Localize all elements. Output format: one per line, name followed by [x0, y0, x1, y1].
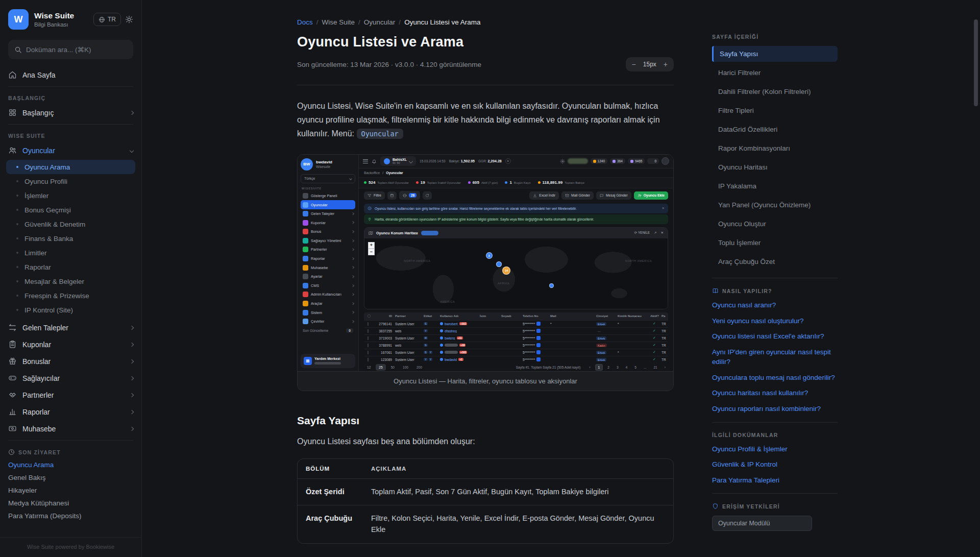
page-scrollbar[interactable]	[973, 0, 979, 557]
toc-item[interactable]: Oyuncu Oluştur	[712, 216, 838, 232]
sidebar-subitem-finans-banka[interactable]: Finans & Banka	[6, 231, 135, 246]
cell-username: dfastreg	[445, 329, 457, 333]
pager-page: 4	[623, 365, 630, 370]
toc-item[interactable]: Oyuncu Haritası	[712, 159, 838, 175]
theme-toggle-button[interactable]	[125, 15, 133, 23]
sidebar-item-label: Oyuncular	[22, 147, 125, 155]
howto-link[interactable]: Oyuncu raporları nasıl kombinlenir?	[712, 404, 838, 414]
breadcrumb-separator: /	[316, 18, 318, 26]
active-check: ✓	[649, 350, 660, 354]
excel-label: Excel İndir	[539, 193, 555, 197]
mock-nav-text: Oyuncular	[311, 203, 328, 207]
sidebar-subitem-islemler[interactable]: İşlemler	[6, 188, 135, 203]
sidebar-subitem-oyuncu-arama[interactable]: Oyuncu Arama	[6, 160, 135, 174]
mock-nav-item: Sistem	[301, 308, 355, 317]
toc-item[interactable]: Filtre Tipleri	[712, 103, 838, 118]
chevron-right-icon	[130, 325, 134, 329]
recent-item[interactable]: Para Yatırma (Deposits)	[8, 510, 133, 522]
info-icon	[368, 206, 372, 210]
meta-row: Son güncelleme: 13 Mar 2026 · v3.0.0 · 4…	[297, 57, 674, 71]
sidebar-subitem-freespin-prizewise[interactable]: Freespin & Prizewise	[6, 288, 135, 303]
toc-item[interactable]: Harici Filtreler	[712, 65, 838, 81]
toc-item[interactable]: IP Yakalama	[712, 178, 838, 194]
recent-item[interactable]: Genel Bakış	[8, 471, 133, 484]
page-size: 12	[364, 364, 374, 371]
howto-link[interactable]: Oyunculara toplu mesaj nasıl gönderilir?	[712, 373, 838, 383]
mock-nav-icon	[303, 274, 308, 279]
cell-phone: 5********	[523, 336, 535, 340]
howto-label-text: NASIL YAPILIR?	[722, 288, 772, 294]
count-chip: +102	[459, 322, 467, 325]
toc-item[interactable]: Araç Çubuğu Özet	[712, 254, 838, 270]
sidebar-item-gelen-talepler[interactable]: Gelen Talepler	[0, 319, 141, 336]
help-icon: ▦	[304, 357, 312, 365]
toc-item-sayfa-yapisi[interactable]: Sayfa Yapısı	[712, 46, 838, 62]
sidebar-item-kuponlar[interactable]: Kuponlar	[0, 336, 141, 353]
sidebar-subitem-bonus-gecmisi[interactable]: Bonus Geçmişi	[6, 203, 135, 217]
related-link[interactable]: Güvenlik & IP Kontrol	[712, 459, 838, 470]
funnel-icon	[368, 193, 372, 198]
recent-item[interactable]: Oyuncu Arama	[8, 458, 133, 471]
toc-item[interactable]: DataGrid Özellikleri	[712, 122, 838, 137]
sidebar-subitem-ip-kontrol[interactable]: IP Kontrol (Site)	[6, 303, 135, 317]
mail-label: Mail Gönder	[571, 193, 590, 197]
recent-item[interactable]: Medya Kütüphanesi	[8, 497, 133, 510]
sidebar-item-raporlar[interactable]: Raporlar	[0, 403, 141, 420]
sidebar-subitem-limitler[interactable]: Limitler	[6, 246, 135, 260]
search-input[interactable]	[26, 46, 127, 54]
scrollbar-thumb[interactable]	[974, 19, 978, 106]
howto-link[interactable]: Oyuncu listesi nasıl Excel'e aktarılır?	[712, 331, 838, 342]
bullet-icon	[16, 223, 18, 225]
user-icon	[440, 351, 443, 354]
bullet-icon	[16, 295, 18, 297]
sidebar-item-muhasebe[interactable]: Muhasebe	[0, 420, 141, 437]
refresh-icon	[425, 193, 429, 198]
mock-nav-icon	[303, 319, 308, 324]
toc-item[interactable]: Dahili Filtreler (Kolon Filtreleri)	[712, 84, 838, 100]
badge-value: 1240	[598, 159, 605, 163]
breadcrumb-link-wise-suite[interactable]: Wise Suite	[322, 18, 355, 26]
language-button[interactable]: TR	[93, 13, 121, 26]
toc-item[interactable]: Toplu İşlemler	[712, 235, 838, 251]
mock-nav-text: CMS	[311, 283, 319, 288]
chevron-right-icon	[351, 284, 354, 287]
sidebar-item-oyuncular[interactable]: Oyuncular	[0, 142, 141, 159]
sidebar-item-bonuslar[interactable]: Bonuslar	[0, 353, 141, 370]
chevron-right-icon	[351, 230, 354, 233]
user-icon	[440, 358, 443, 361]
map-cluster-orange: 14	[502, 267, 510, 275]
recent-item[interactable]: Hikayeler	[8, 484, 133, 497]
sidebar-subitem-mesajlar-belgeler[interactable]: Mesajlar & Belgeler	[6, 274, 135, 288]
search-box[interactable]	[8, 40, 133, 59]
toc-item[interactable]: Rapor Kombinasyonları	[712, 140, 838, 156]
related-link[interactable]: Para Yatırma Talepleri	[712, 475, 838, 486]
page: W Wise Suite Bilgi Bankası TR Ana Sayfa …	[0, 0, 980, 557]
toc-item[interactable]: Yan Panel (Oyuncu Önizleme)	[712, 197, 838, 213]
howto-link[interactable]: Yeni oyuncu nasıl oluşturulur?	[712, 316, 838, 326]
mock-nav-text: Gelen Talepler	[311, 211, 334, 216]
stat-dot	[416, 181, 419, 184]
sidebar-item-baslangic[interactable]: Başlangıç	[0, 104, 141, 121]
howto-link[interactable]: Oyuncu nasıl aranır?	[712, 300, 838, 310]
mock-crumb-root: Backoffice	[364, 171, 380, 175]
sidebar-item-saglayicilar[interactable]: Sağlayıcılar	[0, 370, 141, 386]
font-increase-button[interactable]: +	[664, 61, 668, 68]
sidebar-subitem-raporlar[interactable]: Raporlar	[6, 260, 135, 274]
sidebar-subitem-guvenlik-denetim[interactable]: Güvenlik & Denetim	[6, 217, 135, 231]
howto-link[interactable]: Oyuncu haritası nasıl kullanılır?	[712, 388, 838, 398]
font-decrease-button[interactable]: −	[632, 61, 636, 68]
close-icon: ✕	[662, 206, 665, 210]
sidebar-item-home[interactable]: Ana Sayfa	[0, 66, 141, 83]
badge-dot	[593, 160, 596, 163]
sidebar-subitem-oyuncu-profili[interactable]: Oyuncu Profili	[6, 174, 135, 188]
related-link[interactable]: Oyuncu Profili & İşlemler	[712, 444, 838, 454]
sidebar-item-partnerler[interactable]: Partnerler	[0, 386, 141, 403]
breadcrumb-link-oyuncular[interactable]: Oyuncular	[364, 18, 396, 26]
breadcrumb-link-docs[interactable]: Docs	[297, 18, 313, 26]
active-check: ✓	[649, 322, 660, 326]
howto-link[interactable]: Aynı IP'den giren oyuncular nasıl tespit…	[712, 347, 838, 367]
sidebar-item-label: Bonuslar	[22, 357, 125, 366]
zoom-in-button: +	[368, 242, 375, 249]
clock-icon	[8, 449, 15, 455]
subitem-label: Finans & Banka	[24, 235, 73, 243]
